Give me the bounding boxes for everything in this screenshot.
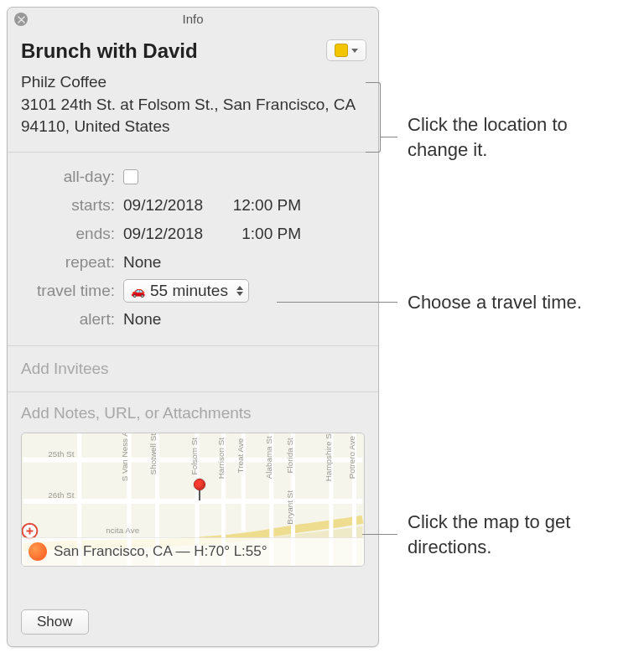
svg-text:26th St: 26th St (48, 490, 75, 500)
svg-text:ncita Ave: ncita Ave (106, 525, 139, 534)
callout-bracket (366, 82, 381, 153)
ends-date[interactable]: 09/12/2018 (123, 225, 216, 243)
map-preview[interactable]: 25th St 26th St S Van Ness Ave Shotwell … (21, 433, 365, 567)
alert-value[interactable]: None (123, 310, 161, 329)
allday-checkbox[interactable] (123, 169, 138, 184)
svg-text:25th St: 25th St (48, 448, 75, 458)
svg-text:Shotwell St: Shotwell St (148, 433, 158, 474)
titlebar: Info (8, 8, 378, 31)
alert-label: alert: (21, 310, 123, 329)
close-icon (18, 16, 25, 23)
callout-map-text: Click the map to get directions. (408, 510, 626, 559)
svg-text:Folsom St: Folsom St (190, 438, 199, 475)
add-notes-field[interactable]: Add Notes, URL, or Attachments (21, 404, 365, 422)
close-button[interactable] (14, 13, 28, 26)
starts-date[interactable]: 09/12/2018 (123, 196, 216, 215)
event-title[interactable]: Brunch with David (21, 39, 365, 63)
row-starts: starts: 09/12/2018 12:00 PM (21, 191, 365, 220)
svg-text:Hampshire St: Hampshire St (324, 433, 333, 481)
travel-value: 55 minutes (150, 282, 228, 300)
show-button[interactable]: Show (21, 609, 89, 635)
event-info-panel: Info Brunch with David Philz Coffee 3101… (7, 7, 379, 647)
map-pin-icon (194, 479, 205, 500)
header-section: Brunch with David Philz Coffee 3101 24th… (8, 31, 378, 153)
callout-location: Click the location to change it. (381, 112, 626, 162)
svg-text:Alabama St: Alabama St (264, 436, 273, 479)
svg-text:S Van Ness Ave: S Van Ness Ave (120, 433, 129, 481)
car-icon: 🚗 (131, 284, 145, 298)
footer: Show (21, 609, 89, 635)
starts-label: starts: (21, 196, 123, 215)
ends-time[interactable]: 1:00 PM (226, 225, 301, 243)
svg-text:Bryant St: Bryant St (285, 490, 294, 525)
row-repeat: repeat: None (21, 248, 365, 277)
travel-time-select[interactable]: 🚗 55 minutes (123, 279, 249, 303)
callout-map: Click the map to get directions. (362, 510, 626, 559)
row-allday: all-day: (21, 163, 365, 191)
svg-text:Florida St: Florida St (285, 438, 294, 473)
ends-label: ends: (21, 225, 123, 243)
window-title: Info (182, 12, 203, 26)
calendar-swatch-icon (335, 44, 348, 57)
repeat-value[interactable]: None (123, 253, 161, 272)
allday-label: all-day: (21, 168, 123, 186)
svg-text:Potrero Ave: Potrero Ave (347, 435, 356, 479)
chevron-down-icon (351, 49, 358, 53)
repeat-label: repeat: (21, 253, 123, 272)
starts-time[interactable]: 12:00 PM (226, 196, 301, 215)
callout-travel-text: Choose a travel time. (408, 290, 642, 315)
map-caption-bar: San Francisco, CA — H:70° L:55° (22, 537, 364, 566)
weather-sun-icon (29, 542, 47, 561)
callout-travel: Choose a travel time. (277, 290, 642, 315)
callout-location-text: Click the location to change it. (408, 112, 626, 162)
location-name: Philz Coffee (21, 71, 365, 94)
row-ends: ends: 09/12/2018 1:00 PM (21, 220, 365, 248)
event-fields: all-day: starts: 09/12/2018 12:00 PM end… (8, 153, 378, 346)
notes-section: Add Notes, URL, or Attachments (8, 392, 378, 580)
travel-label: travel time: (21, 282, 123, 300)
stepper-icon (236, 286, 243, 296)
location-address: 3101 24th St. at Folsom St., San Francis… (21, 94, 365, 138)
calendar-color-picker[interactable] (326, 39, 366, 61)
event-location[interactable]: Philz Coffee 3101 24th St. at Folsom St.… (21, 71, 365, 138)
map-caption-text: San Francisco, CA — H:70° L:55° (54, 543, 267, 560)
add-invitees-field[interactable]: Add Invitees (8, 346, 378, 392)
svg-text:Harrison St: Harrison St (216, 438, 226, 479)
svg-text:Treat Ave: Treat Ave (236, 438, 245, 473)
